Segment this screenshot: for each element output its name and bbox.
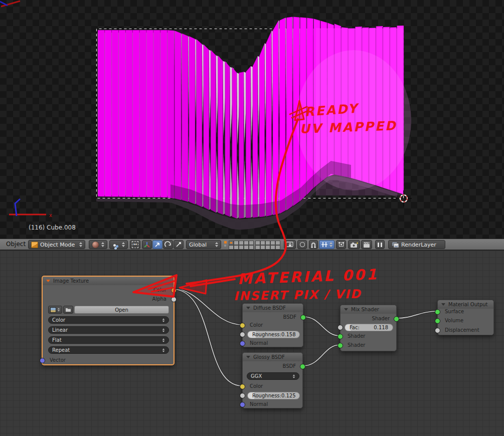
manipulator-axes-button[interactable] (142, 240, 152, 249)
render-animation-button[interactable] (361, 240, 372, 249)
distribution-dropdown[interactable]: GGX (247, 372, 299, 380)
interpolation-dropdown[interactable]: Linear (48, 326, 169, 334)
circle-icon (299, 242, 305, 248)
socket-roughness-input[interactable] (240, 332, 245, 337)
image-browse-button[interactable] (48, 306, 62, 314)
fac-slider[interactable]: Fac: 0.118 (345, 324, 393, 331)
node-image-texture[interactable]: Image Texture Color Alpha Open Colo (42, 276, 175, 365)
object-mode-cube-icon (31, 242, 38, 248)
axis-x-label: x (49, 212, 52, 218)
socket-normal-input[interactable] (240, 341, 245, 346)
node-header[interactable]: Diffuse BSDF (243, 304, 303, 312)
open-button[interactable]: Open (74, 306, 169, 314)
layers-grid-2[interactable] (255, 241, 280, 250)
render-layer-dropdown[interactable]: RenderLayer (388, 240, 445, 249)
transform-orientation-dropdown[interactable]: Global (186, 240, 221, 249)
node-editor[interactable]: Image Texture Color Alpha Open Colo (0, 250, 504, 436)
node-glossy-bsdf[interactable]: Glossy BSDF BSDF GGX Color Roughness: 0.… (242, 352, 303, 408)
socket-displacement-input[interactable] (435, 328, 440, 333)
node-mix-shader[interactable]: Mix Shader Shader Fac: 0.118 Shader Shad… (340, 305, 397, 351)
snap-toggle-button[interactable] (309, 240, 318, 249)
manipulator-icon: ↔ (132, 241, 138, 248)
input-label-shader1: Shader (348, 333, 365, 339)
collapse-icon[interactable] (246, 307, 250, 309)
socket-surface-input[interactable] (435, 309, 440, 315)
updown-arrows-icon (101, 241, 104, 249)
proportional-edit-button[interactable] (297, 240, 307, 249)
rotate-manipulator-button[interactable] (163, 240, 173, 249)
shading-sphere-icon (92, 241, 99, 249)
layers-grid-1[interactable] (229, 241, 254, 250)
socket-vector-input[interactable] (40, 358, 45, 363)
socket-bsdf-output[interactable] (300, 364, 305, 369)
active-object-info: (116) Cube.008 (29, 224, 76, 231)
manipulator-toggle-button[interactable]: ↔ (130, 240, 140, 249)
socket-bsdf-output[interactable] (300, 315, 306, 320)
collapse-icon[interactable] (246, 356, 250, 358)
render-still-button[interactable] (348, 240, 360, 249)
projection-dropdown[interactable]: Flat (48, 336, 169, 344)
node-diffuse-bsdf[interactable]: Diffuse BSDF BSDF Color Roughness: 0.158… (242, 303, 303, 347)
socket-color-input[interactable] (240, 384, 245, 389)
socket-alpha-output[interactable] (171, 297, 177, 302)
updown-arrows-icon (215, 241, 218, 249)
source-dropdown[interactable]: Color (48, 316, 169, 324)
magnet-icon (310, 242, 316, 248)
node-header[interactable]: Material Output (438, 300, 493, 309)
scale-icon (175, 241, 182, 248)
orientation-label: Global (189, 242, 207, 248)
socket-color-input[interactable] (240, 323, 245, 328)
menu-object[interactable]: Object (6, 239, 26, 250)
snap-element-dropdown[interactable] (319, 240, 334, 249)
blender-window: x (116) Cube.008 Object Object Mode ↔ (0, 0, 504, 436)
input-label-surface: Surface (445, 309, 464, 315)
node-title: Diffuse BSDF (253, 305, 286, 311)
slider-label: Fac: (350, 325, 360, 330)
scale-manipulator-button[interactable] (174, 240, 184, 249)
slider-label: Roughness: (252, 332, 281, 337)
socket-normal-input[interactable] (240, 402, 245, 407)
node-header[interactable]: Image Texture (43, 277, 174, 285)
translate-manipulator-button[interactable] (152, 240, 162, 249)
output-label-shader: Shader (372, 316, 390, 322)
socket-color-output[interactable] (171, 288, 177, 293)
node-title: Glossy BSDF (253, 354, 285, 360)
roughness-slider[interactable]: Roughness: 0.125 (247, 392, 300, 399)
viewport-render: x (116) Cube.008 (0, 0, 504, 239)
input-label-displacement: Displacement (445, 327, 479, 333)
roughness-slider[interactable]: Roughness: 0.158 (247, 331, 300, 338)
mode-label: Object Mode (40, 242, 75, 248)
collapse-icon[interactable] (344, 308, 348, 311)
folder-icon (65, 307, 71, 312)
pause-button[interactable] (375, 240, 385, 249)
rotate-arc-icon (164, 241, 172, 248)
socket-volume-input[interactable] (435, 318, 440, 324)
node-header[interactable]: Glossy BSDF (243, 353, 302, 361)
extension-dropdown[interactable]: Repeat (48, 346, 169, 354)
translate-arrow-icon (154, 241, 161, 248)
socket-fac-input[interactable] (338, 325, 343, 330)
socket-shader2-input[interactable] (338, 343, 343, 348)
snap-target-button[interactable] (336, 240, 346, 249)
socket-roughness-input[interactable] (240, 393, 245, 398)
slider-value: 0.158 (281, 332, 296, 337)
mode-dropdown[interactable]: Object Mode (28, 240, 85, 249)
socket-shader-output[interactable] (394, 316, 399, 322)
corner-axis-marks (0, 1, 20, 7)
updown-arrows-icon (79, 241, 82, 249)
node-header[interactable]: Mix Shader (341, 305, 396, 314)
render-camera-icon (350, 242, 358, 248)
collapse-icon[interactable] (441, 303, 445, 306)
updown-arrows-icon (162, 337, 165, 343)
open-file-button[interactable] (63, 306, 73, 314)
collapse-icon[interactable] (46, 280, 50, 282)
node-material-output[interactable]: Material Output Surface Volume Displacem… (437, 300, 494, 335)
snap-target-icon (338, 242, 344, 248)
pivot-point-dropdown[interactable] (109, 240, 128, 249)
output-label-color: Color (153, 287, 166, 293)
screen-lock-icon (286, 242, 294, 248)
3d-viewport[interactable]: x (116) Cube.008 (0, 0, 504, 239)
socket-shader1-input[interactable] (338, 334, 343, 339)
lock-to-scene-button[interactable] (284, 240, 296, 249)
viewport-shading-dropdown[interactable] (89, 240, 107, 249)
